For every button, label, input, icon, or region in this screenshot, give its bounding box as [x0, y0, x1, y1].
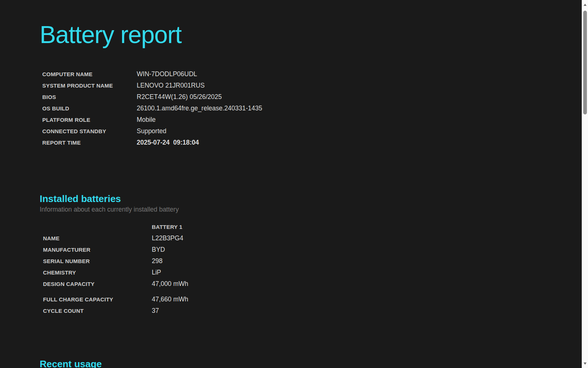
- battery-info-label: NAME: [43, 235, 152, 241]
- battery-info-value: 298: [152, 257, 162, 265]
- system-info-table: COMPUTER NAMEWIN-7DODLP06UDLSYSTEM PRODU…: [40, 68, 562, 148]
- battery-info-table: BATTERY 1 NAMEL22B3PG4MANUFACTURERBYDSER…: [40, 221, 562, 316]
- triangle-down-icon: [584, 362, 587, 365]
- installed-batteries-heading: Installed batteries: [40, 193, 562, 205]
- vertical-scrollbar[interactable]: [582, 0, 588, 368]
- battery-info-label: SERIAL NUMBER: [43, 258, 152, 264]
- system-info-label: OS BUILD: [42, 105, 137, 112]
- battery-info-label: CHEMISTRY: [43, 269, 152, 276]
- battery-report-page: Battery report COMPUTER NAMEWIN-7DODLP06…: [40, 0, 562, 368]
- installed-batteries-subtitle: Information about each currently install…: [40, 206, 562, 213]
- battery-column-header: BATTERY 1: [152, 224, 182, 230]
- battery-info-value: 47,000 mWh: [152, 280, 188, 288]
- battery-info-value: 37: [152, 307, 159, 315]
- scrollbar-thumb[interactable]: [583, 11, 587, 114]
- triangle-up-icon: [584, 4, 587, 6]
- battery-table-header-row: BATTERY 1: [43, 221, 562, 233]
- battery-info-value: BYD: [152, 246, 165, 254]
- page-title: Battery report: [40, 21, 562, 48]
- scroll-up-button[interactable]: [582, 1, 588, 8]
- battery-info-row: MANUFACTURERBYD: [43, 244, 562, 255]
- battery-info-label: MANUFACTURER: [43, 247, 152, 253]
- battery-info-row: FULL CHARGE CAPACITY47,660 mWh: [43, 294, 562, 305]
- system-info-row: SYSTEM PRODUCT NAMELENOVO 21JR001RUS: [42, 80, 562, 91]
- battery-info-value: LiP: [152, 269, 161, 276]
- system-info-label: COMPUTER NAME: [42, 71, 137, 77]
- battery-info-label: CYCLE COUNT: [43, 308, 152, 314]
- system-info-value: LENOVO 21JR001RUS: [137, 82, 205, 89]
- system-info-label: CONNECTED STANDBY: [42, 128, 137, 134]
- battery-info-label: FULL CHARGE CAPACITY: [43, 296, 152, 302]
- system-info-label: SYSTEM PRODUCT NAME: [42, 82, 137, 89]
- system-info-row: COMPUTER NAMEWIN-7DODLP06UDL: [42, 68, 562, 80]
- system-info-value: 2025-07-24 09:18:04: [137, 139, 199, 146]
- system-info-row: CONNECTED STANDBYSupported: [42, 125, 562, 137]
- system-info-label: REPORT TIME: [42, 139, 137, 146]
- battery-info-row: SERIAL NUMBER298: [43, 255, 562, 267]
- battery-info-label: DESIGN CAPACITY: [43, 281, 152, 287]
- system-info-row: PLATFORM ROLEMobile: [42, 114, 562, 125]
- battery-info-value: L22B3PG4: [152, 234, 183, 242]
- system-info-row: REPORT TIME2025-07-24 09:18:04: [42, 137, 562, 148]
- battery-info-row: NAMEL22B3PG4: [43, 233, 562, 244]
- battery-info-row: CYCLE COUNT37: [43, 305, 562, 316]
- system-info-row: BIOSR2CET44W(1.26) 05/26/2025: [42, 91, 562, 103]
- scroll-down-button[interactable]: [582, 360, 588, 367]
- system-info-value: WIN-7DODLP06UDL: [137, 70, 197, 78]
- recent-usage-heading: Recent usage: [40, 358, 562, 368]
- system-info-label: BIOS: [42, 94, 137, 100]
- system-info-label: PLATFORM ROLE: [42, 117, 137, 123]
- system-info-value: Mobile: [137, 116, 156, 124]
- system-info-value: Supported: [137, 127, 166, 135]
- battery-info-row: CHEMISTRYLiP: [43, 267, 562, 278]
- battery-info-row: DESIGN CAPACITY47,000 mWh: [43, 278, 562, 290]
- battery-info-value: 47,660 mWh: [152, 296, 188, 303]
- system-info-value: 26100.1.amd64fre.ge_release.240331-1435: [137, 105, 262, 112]
- system-info-value: R2CET44W(1.26) 05/26/2025: [137, 93, 222, 101]
- system-info-row: OS BUILD26100.1.amd64fre.ge_release.2403…: [42, 103, 562, 114]
